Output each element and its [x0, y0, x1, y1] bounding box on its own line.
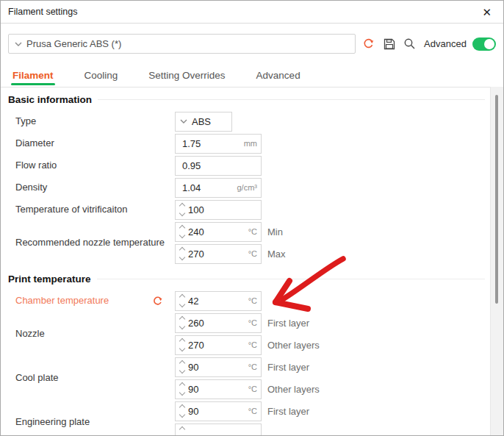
field-suffix: Other layers: [267, 340, 320, 351]
field-suffix: First layer: [267, 362, 309, 373]
setting-group-cool-plate: Cool plate 90 °C First layer 90 °C: [15, 356, 491, 400]
density-input[interactable]: 1.04 g/cm³: [175, 178, 262, 198]
cool-plate-first-layer-spinner[interactable]: 90 °C: [175, 357, 262, 377]
section-title: Print temperature: [8, 274, 91, 285]
nozzle-first-layer-spinner[interactable]: 260 °C: [175, 313, 262, 333]
preset-value: Prusa Generic ABS (*): [26, 38, 121, 49]
setting-label: Recommended nozzle temperature: [15, 237, 175, 249]
field-suffix: Other layers: [267, 384, 320, 395]
field-suffix: First layer: [267, 318, 309, 329]
spinner-buttons[interactable]: [176, 380, 188, 399]
field-unit: °C: [248, 249, 261, 258]
section-title: Basic information: [8, 94, 92, 105]
spinner-buttons[interactable]: [176, 245, 188, 263]
setting-label: Flow ratio: [15, 154, 175, 176]
scrollbar-thumb[interactable]: [495, 95, 498, 304]
field-unit: °C: [248, 407, 261, 415]
window-title: Filament settings: [8, 7, 77, 17]
setting-label: Density: [15, 176, 175, 199]
setting-group-recommended-nozzle-temperature: Recommended nozzle temperature 240 °C Mi…: [15, 221, 491, 265]
filament-settings-dialog: Filament settings ✕ Prusa Generic ABS (*…: [0, 0, 504, 436]
field-unit: °C: [248, 362, 261, 371]
flow-ratio-input[interactable]: 0.95: [175, 156, 262, 176]
spinner-buttons[interactable]: [176, 358, 188, 376]
tab-setting-overrides[interactable]: Setting Overrides: [147, 70, 226, 87]
sync-icon[interactable]: [362, 37, 376, 51]
setting-label: Temperature of vitrificaiton: [15, 199, 175, 221]
spinner-buttons[interactable]: [176, 336, 188, 354]
nozzle-temp-min-spinner[interactable]: 240 °C: [175, 222, 262, 242]
save-icon[interactable]: [382, 37, 396, 51]
setting-row-flow-ratio: Flow ratio 0.95: [15, 154, 491, 176]
field-unit: °C: [248, 385, 261, 393]
field-suffix: Max: [267, 249, 286, 260]
setting-label-modified: Chamber temperature: [15, 290, 175, 312]
reset-icon[interactable]: [152, 296, 163, 307]
diameter-input[interactable]: 1.75 mm: [175, 134, 262, 154]
spinner-buttons[interactable]: [176, 223, 188, 241]
field-value: 260: [188, 318, 248, 329]
advanced-toggle[interactable]: [472, 37, 496, 51]
title-bar: Filament settings ✕: [1, 1, 503, 24]
field-suffix: Min: [267, 226, 283, 237]
field-value: 100: [188, 204, 257, 215]
field-suffix: First layer: [267, 406, 309, 417]
setting-group-nozzle: Nozzle 260 °C First layer 270 °C: [15, 312, 491, 356]
engineering-plate-other-layers-spinner[interactable]: [175, 424, 262, 436]
settings-scroll-area: Basic information Type ABS Diameter 1.75…: [1, 87, 491, 435]
field-unit: °C: [248, 296, 261, 305]
field-value: 270: [188, 340, 248, 351]
field-unit: g/cm³: [237, 183, 262, 192]
nozzle-temp-max-spinner[interactable]: 270 °C: [175, 244, 262, 264]
section-print-temperature: Print temperature: [8, 274, 485, 285]
field-value: 1.75: [176, 138, 244, 149]
field-value: 90: [188, 406, 248, 417]
close-icon[interactable]: ✕: [478, 5, 496, 19]
field-value: 90: [188, 384, 248, 395]
field-value: 42: [188, 296, 248, 307]
spinner-buttons[interactable]: [176, 314, 188, 332]
field-unit: °C: [248, 340, 261, 349]
field-unit: °C: [248, 318, 261, 327]
spinner-buttons[interactable]: [176, 292, 188, 310]
section-divider: [97, 279, 485, 279]
spinner-buttons[interactable]: [176, 402, 188, 421]
field-value: 240: [188, 226, 248, 237]
preset-row: Prusa Generic ABS (*) Advanced: [8, 34, 496, 54]
toggle-knob: [484, 39, 494, 49]
vertical-scrollbar[interactable]: [490, 87, 503, 435]
search-icon[interactable]: [403, 37, 417, 51]
preset-combobox[interactable]: Prusa Generic ABS (*): [8, 34, 356, 54]
spinner-buttons[interactable]: [176, 201, 188, 219]
chevron-down-icon: [15, 42, 22, 46]
tab-cooling[interactable]: Cooling: [83, 70, 120, 87]
setting-row-vitrification-temperature: Temperature of vitrificaiton 100: [15, 199, 491, 221]
type-value: ABS: [192, 116, 227, 127]
tab-filament[interactable]: Filament: [11, 70, 55, 87]
engineering-plate-first-layer-spinner[interactable]: 90 °C: [175, 401, 262, 421]
setting-label: Type: [15, 110, 175, 132]
tab-advanced[interactable]: Advanced: [255, 70, 302, 87]
setting-group-engineering-plate: Engineering plate 90 °C First layer: [15, 400, 491, 435]
field-value: 0.95: [176, 160, 257, 171]
setting-label: Diameter: [15, 132, 175, 154]
field-unit: mm: [244, 139, 261, 148]
section-basic-information: Basic information: [8, 94, 485, 105]
vitrification-temperature-spinner[interactable]: 100: [175, 200, 262, 220]
setting-label: Cool plate: [15, 372, 175, 384]
setting-label-text: Chamber temperature: [15, 295, 109, 307]
cool-plate-other-layers-spinner[interactable]: 90 °C: [175, 379, 262, 399]
type-select[interactable]: ABS: [175, 112, 232, 132]
setting-row-type: Type ABS: [15, 110, 491, 132]
field-value: 90: [188, 362, 248, 373]
spinner-buttons[interactable]: [176, 424, 188, 436]
chamber-temperature-input[interactable]: 42 °C: [175, 291, 262, 311]
field-value: 270: [188, 249, 248, 260]
chevron-down-icon: [180, 119, 187, 124]
setting-row-diameter: Diameter 1.75 mm: [15, 132, 491, 154]
field-value: 1.04: [176, 182, 237, 193]
advanced-label: Advanced: [424, 38, 467, 49]
setting-label: Nozzle: [15, 328, 175, 340]
setting-row-density: Density 1.04 g/cm³: [15, 176, 491, 199]
nozzle-other-layers-spinner[interactable]: 270 °C: [175, 335, 262, 355]
